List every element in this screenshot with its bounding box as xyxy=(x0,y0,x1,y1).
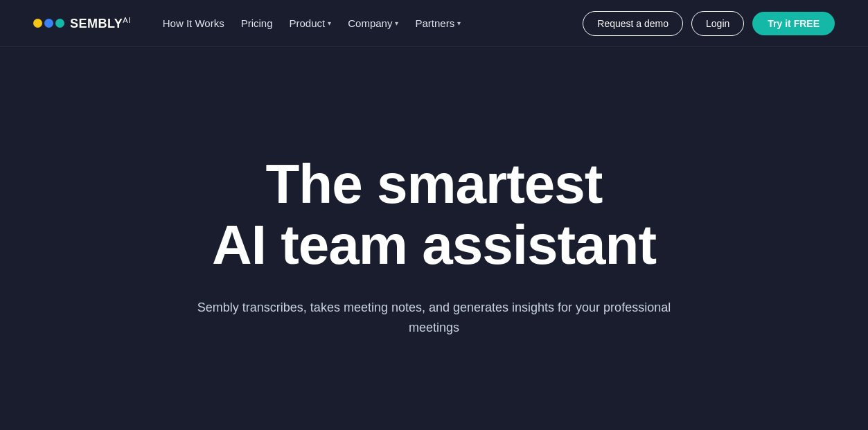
hero-subtitle: Sembly transcribes, takes meeting notes,… xyxy=(192,298,677,338)
logo[interactable]: SEMBLYAI xyxy=(33,16,131,31)
navbar-left: SEMBLYAI How It Works Pricing Product ▾ … xyxy=(33,13,468,33)
hero-title: The smartest AI team assistant xyxy=(212,154,656,276)
try-free-button[interactable]: Try it FREE xyxy=(752,12,835,35)
nav-product-label: Product xyxy=(290,17,326,29)
dot-blue xyxy=(44,19,53,28)
hero-title-line1: The smartest xyxy=(266,153,603,215)
company-chevron-icon: ▾ xyxy=(395,19,398,27)
nav-company[interactable]: Company ▾ xyxy=(341,13,405,33)
nav-pricing[interactable]: Pricing xyxy=(234,13,280,33)
brand-name: SEMBLYAI xyxy=(70,16,131,31)
hero-section: The smartest AI team assistant Sembly tr… xyxy=(0,47,868,430)
login-button[interactable]: Login xyxy=(691,11,744,36)
nav-links: How It Works Pricing Product ▾ Company ▾… xyxy=(156,13,468,33)
navbar-right: Request a demo Login Try it FREE xyxy=(583,11,835,36)
brand-ai: AI xyxy=(123,16,130,24)
request-demo-button[interactable]: Request a demo xyxy=(583,11,683,36)
nav-partners-label: Partners xyxy=(415,17,454,29)
nav-product[interactable]: Product ▾ xyxy=(283,13,339,33)
partners-chevron-icon: ▾ xyxy=(457,19,461,27)
brand-text: SEMBLY xyxy=(70,17,123,30)
nav-partners[interactable]: Partners ▾ xyxy=(408,13,468,33)
product-chevron-icon: ▾ xyxy=(328,19,331,27)
dot-yellow xyxy=(33,19,42,28)
nav-company-label: Company xyxy=(348,17,392,29)
logo-dots xyxy=(33,19,64,28)
nav-how-it-works-label: How It Works xyxy=(163,17,224,29)
nav-pricing-label: Pricing xyxy=(241,17,273,29)
nav-how-it-works[interactable]: How It Works xyxy=(156,13,231,33)
hero-title-line2: AI team assistant xyxy=(212,214,656,276)
dot-teal xyxy=(55,19,64,28)
navbar: SEMBLYAI How It Works Pricing Product ▾ … xyxy=(0,0,868,47)
